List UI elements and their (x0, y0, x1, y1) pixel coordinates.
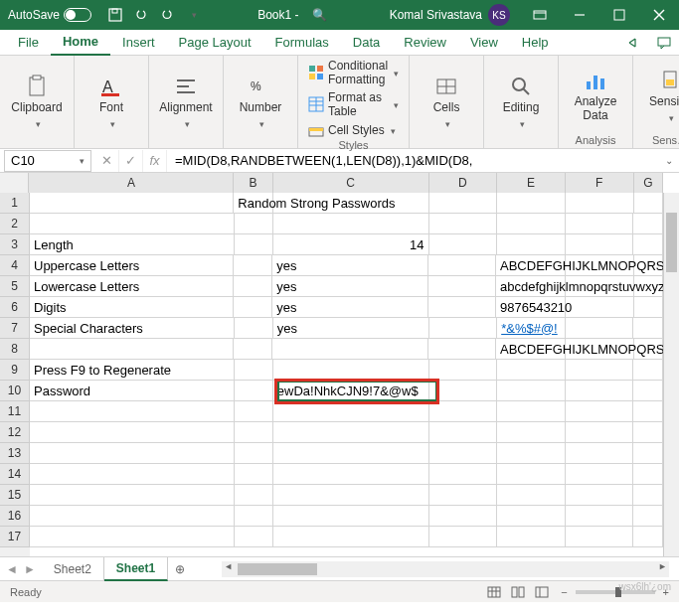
cell-F13[interactable] (566, 443, 634, 464)
cell-E4[interactable]: ABCDEFGHIJKLMNOPQRSTUVWXYZ (496, 255, 566, 276)
comments-icon[interactable] (649, 30, 679, 56)
cell-G15[interactable] (633, 485, 663, 506)
close-icon[interactable] (639, 0, 679, 30)
cell-C16[interactable] (273, 506, 429, 527)
autosave-toggle[interactable]: AutoSave (0, 8, 99, 22)
cell-E17[interactable] (497, 527, 566, 547)
cell-B16[interactable] (235, 506, 273, 527)
horizontal-scrollbar[interactable] (222, 561, 669, 577)
page-break-view-icon[interactable] (531, 583, 553, 601)
cell-F7[interactable] (566, 318, 634, 339)
col-B[interactable]: B (234, 173, 272, 193)
col-C[interactable]: C (273, 173, 429, 193)
cell-A17[interactable] (30, 527, 235, 547)
cell-G2[interactable] (633, 214, 663, 234)
cell-B13[interactable] (235, 443, 273, 464)
cell-G7[interactable] (633, 318, 663, 339)
cell-E11[interactable] (497, 401, 566, 422)
share-icon[interactable] (619, 30, 649, 56)
cells-button[interactable]: Cells (416, 75, 477, 130)
cell-G12[interactable] (633, 422, 663, 443)
cell-D7[interactable] (429, 318, 498, 339)
cell-A8[interactable] (30, 339, 234, 360)
cell-A16[interactable] (30, 506, 235, 527)
cell-G1[interactable] (634, 193, 664, 214)
cell-C15[interactable] (273, 485, 429, 506)
select-all-corner[interactable] (0, 173, 29, 193)
cell-C12[interactable] (273, 422, 429, 443)
cell-C13[interactable] (273, 443, 429, 464)
cell-A9[interactable]: Press F9 to Regenerate (30, 360, 235, 381)
expand-formula-icon[interactable]: ⌄ (659, 155, 679, 166)
cell-F11[interactable] (566, 401, 634, 422)
undo-icon[interactable] (133, 7, 149, 23)
cell-D1[interactable] (429, 193, 498, 214)
alignment-button[interactable]: Alignment (155, 75, 217, 130)
cell-D11[interactable] (429, 401, 498, 422)
cell-A3[interactable]: Length (30, 234, 235, 255)
cell-G16[interactable] (633, 506, 663, 527)
format-as-table[interactable]: Format as Table (304, 89, 403, 119)
cell-E7[interactable]: *&%$#@! (497, 318, 566, 339)
cell-D9[interactable] (429, 360, 498, 381)
cell-D2[interactable] (429, 214, 498, 234)
cell-E2[interactable] (497, 214, 566, 234)
enter-icon[interactable]: ✓ (119, 150, 143, 172)
cell-D16[interactable] (429, 506, 498, 527)
conditional-formatting[interactable]: Conditional Formatting (304, 58, 403, 87)
col-D[interactable]: D (429, 173, 498, 193)
cell-B12[interactable] (235, 422, 273, 443)
cell-D5[interactable] (428, 276, 497, 297)
tab-sheet1[interactable]: Sheet1 (104, 557, 168, 581)
cell-styles[interactable]: Cell Styles (304, 121, 403, 139)
cell-G14[interactable] (633, 464, 663, 485)
cell-C11[interactable] (273, 401, 429, 422)
cell-C7[interactable]: yes (273, 318, 429, 339)
prev-sheet-icon[interactable]: ◄ (6, 562, 18, 576)
cell-B15[interactable] (235, 485, 273, 506)
cell-E10[interactable] (497, 381, 566, 401)
cell-E12[interactable] (497, 422, 566, 443)
cell-A12[interactable] (30, 422, 235, 443)
cell-C10[interactable]: ewDa!NhkCJN9!7&@w$ (273, 381, 429, 401)
cell-A6[interactable]: Digits (30, 297, 234, 318)
tab-data[interactable]: Data (341, 30, 392, 56)
cell-F10[interactable] (566, 381, 634, 401)
cell-F2[interactable] (566, 214, 634, 234)
cell-G6[interactable] (634, 297, 663, 318)
cell-E15[interactable] (497, 485, 566, 506)
cell-C14[interactable] (273, 464, 429, 485)
cell-grid[interactable]: Random Strong PasswordsLength14Uppercase… (30, 193, 663, 556)
cell-C6[interactable]: yes (272, 297, 427, 318)
cell-F14[interactable] (566, 464, 634, 485)
toggle-off-icon[interactable] (64, 8, 91, 22)
cell-F15[interactable] (566, 485, 634, 506)
cell-A2[interactable] (30, 214, 235, 234)
cell-F17[interactable] (566, 527, 634, 547)
clipboard-button[interactable]: Clipboard (6, 75, 68, 130)
tab-formulas[interactable]: Formulas (263, 30, 341, 56)
cell-B6[interactable] (234, 297, 272, 318)
vertical-scrollbar[interactable] (663, 193, 679, 556)
cell-D13[interactable] (429, 443, 498, 464)
cell-F16[interactable] (566, 506, 634, 527)
name-box[interactable]: C10▾ (4, 150, 91, 172)
redo-icon[interactable] (159, 7, 175, 23)
cell-E9[interactable] (497, 360, 566, 381)
cell-E13[interactable] (497, 443, 566, 464)
cell-D12[interactable] (429, 422, 498, 443)
cell-A11[interactable] (30, 401, 235, 422)
cell-B11[interactable] (235, 401, 273, 422)
cell-E5[interactable]: abcdefghijklmnopqrstuvwxyz (496, 276, 566, 297)
col-G[interactable]: G (634, 173, 663, 193)
cell-B7[interactable] (235, 318, 273, 339)
cell-D17[interactable] (429, 527, 498, 547)
cell-B14[interactable] (235, 464, 273, 485)
tab-help[interactable]: Help (510, 30, 561, 56)
tab-insert[interactable]: Insert (110, 30, 167, 56)
cell-D3[interactable] (429, 234, 498, 255)
cell-B1[interactable]: Random Strong Passwords (234, 193, 273, 214)
tab-sheet2[interactable]: Sheet2 (42, 557, 104, 581)
cell-G9[interactable] (633, 360, 663, 381)
fx-icon[interactable]: fx (143, 150, 167, 172)
